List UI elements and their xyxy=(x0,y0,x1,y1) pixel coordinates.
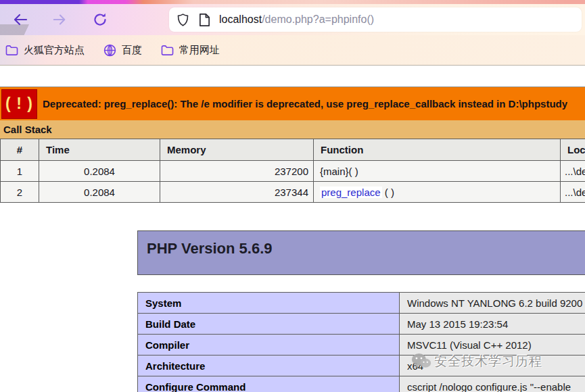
back-arrow-icon xyxy=(12,11,28,28)
info-label: Build Date xyxy=(138,314,400,335)
info-value: cscript /nologo configure.js "--enable xyxy=(400,376,585,392)
stack-memory: 237200 xyxy=(160,161,314,182)
col-time: Time xyxy=(39,139,160,161)
back-button[interactable] xyxy=(9,9,31,30)
col-location: Location xyxy=(561,139,585,161)
info-value: x64 xyxy=(400,356,585,376)
preg-replace-doc-link[interactable]: preg_replace xyxy=(320,187,382,198)
info-label: Compiler xyxy=(138,335,400,356)
stack-location: ...\demo.php xyxy=(561,182,585,203)
deprecated-warning-banner: ( ! ) Deprecated: preg_replace(): The /e… xyxy=(0,87,585,120)
bookmark-label: 百度 xyxy=(122,44,142,57)
info-label: Architecture xyxy=(138,356,400,376)
folder-icon xyxy=(5,45,18,56)
info-value: MSVC11 (Visual C++ 2012) xyxy=(400,335,585,356)
stack-num: 1 xyxy=(1,161,39,182)
deprecated-message: Deprecated: preg_replace(): The /e modif… xyxy=(43,98,567,109)
info-label: System xyxy=(138,293,400,314)
stack-function: {main}( ) xyxy=(314,161,561,182)
info-label: Configure Command xyxy=(138,376,400,392)
phpinfo-table: System Windows NT YANLONG 6.2 build 9200… xyxy=(137,292,585,392)
xdebug-error-block: ( ! ) Deprecated: preg_replace(): The /e… xyxy=(0,87,585,203)
bookmark-label: 火狐官方站点 xyxy=(24,44,85,57)
bookmark-baidu[interactable]: 百度 xyxy=(103,44,142,57)
table-row: Configure Command cscript /nologo config… xyxy=(138,376,585,392)
shield-icon[interactable] xyxy=(176,13,190,27)
url-path: /demo.php?a=phpinfo() xyxy=(262,14,374,25)
info-value: May 13 2015 19:23:54 xyxy=(400,314,585,335)
table-row: Build Date May 13 2015 19:23:54 xyxy=(138,314,585,335)
phpinfo-section: PHP Version 5.6.9 System Windows NT YANL… xyxy=(137,230,585,392)
col-num: # xyxy=(1,139,39,161)
col-memory: Memory xyxy=(160,139,314,161)
url-domain: localhost xyxy=(219,14,262,25)
reload-icon xyxy=(92,11,108,28)
table-row: Architecture x64 xyxy=(138,356,585,376)
url-text[interactable]: localhost/demo.php?a=phpinfo() xyxy=(219,14,374,26)
page-icon[interactable] xyxy=(198,13,211,27)
info-value: Windows NT YANLONG 6.2 build 9200 xyxy=(400,293,585,314)
call-stack-header-row: # Time Memory Function Location xyxy=(1,139,585,161)
table-row: 2 0.2084 237344 preg_replace ( ) ...\dem… xyxy=(1,182,585,203)
alert-icon: ( ! ) xyxy=(1,89,37,119)
table-row: Compiler MSVC11 (Visual C++ 2012) xyxy=(138,335,585,356)
php-version-header: PHP Version 5.6.9 xyxy=(137,230,585,275)
browser-toolbar: localhost/demo.php?a=phpinfo() xyxy=(0,4,585,35)
bookmarks-bar: 火狐官方站点 百度 常用网址 xyxy=(0,35,585,66)
forward-arrow-icon xyxy=(52,12,67,27)
folder-icon xyxy=(161,45,174,56)
bookmark-label: 常用网址 xyxy=(179,44,220,57)
col-function: Function xyxy=(314,139,561,161)
bookmark-common-sites[interactable]: 常用网址 xyxy=(161,44,220,57)
function-args: ( ) xyxy=(382,187,394,198)
stack-time: 0.2084 xyxy=(39,182,160,203)
stack-memory: 237344 xyxy=(160,182,314,203)
forward-button[interactable] xyxy=(49,9,70,30)
page-title: PHP Version 5.6.9 xyxy=(147,240,585,258)
bookmark-firefox-official[interactable]: 火狐官方站点 xyxy=(5,44,85,57)
stack-time: 0.2084 xyxy=(39,161,160,182)
stack-location: ...\demo.php xyxy=(561,161,585,182)
url-bar[interactable]: localhost/demo.php?a=phpinfo() xyxy=(169,7,582,32)
reload-button[interactable] xyxy=(89,9,111,30)
stack-function: preg_replace ( ) xyxy=(314,182,561,203)
table-row: System Windows NT YANLONG 6.2 build 9200 xyxy=(138,293,585,314)
globe-icon xyxy=(103,44,116,57)
table-row: 1 0.2084 237200 {main}( ) ...\demo.php xyxy=(1,161,585,182)
call-stack-table: # Time Memory Function Location 1 0.2084… xyxy=(0,139,585,203)
stack-num: 2 xyxy=(1,182,39,203)
call-stack-header: Call Stack xyxy=(0,120,585,139)
